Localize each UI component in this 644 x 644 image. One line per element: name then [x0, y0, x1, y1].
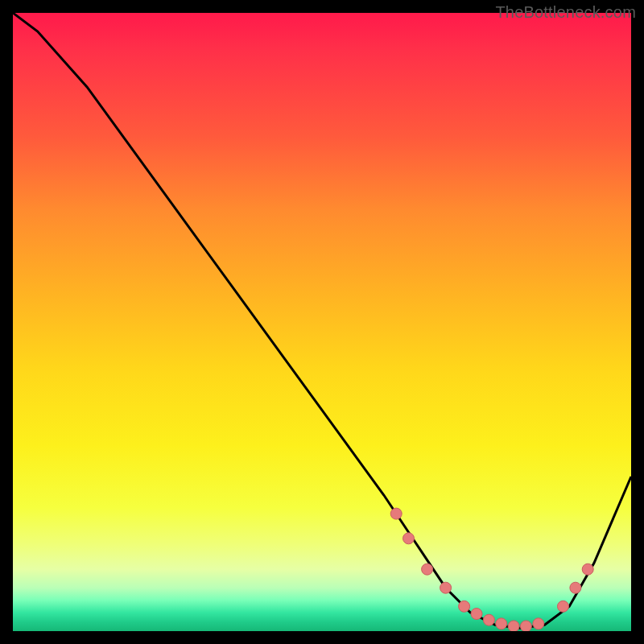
- valley-dot: [403, 533, 415, 544]
- curve-layer: [13, 13, 631, 631]
- valley-dot: [570, 582, 581, 593]
- valley-dot: [558, 601, 569, 612]
- valley-dot: [483, 614, 494, 625]
- valley-dot: [422, 564, 433, 575]
- valley-dot: [508, 621, 519, 631]
- valley-dot: [533, 618, 544, 630]
- valley-dot: [520, 621, 531, 631]
- valley-dots-group: [390, 508, 593, 631]
- watermark-text: TheBottleneck.com: [495, 3, 636, 22]
- plot-area: [13, 13, 631, 631]
- valley-dot: [390, 508, 402, 519]
- valley-dot: [459, 601, 470, 612]
- valley-dot: [471, 609, 482, 620]
- valley-dot: [440, 582, 452, 593]
- valley-dot: [582, 564, 593, 575]
- bottleneck-curve: [13, 13, 631, 628]
- chart-frame: TheBottleneck.com: [0, 0, 644, 644]
- valley-dot: [496, 618, 507, 630]
